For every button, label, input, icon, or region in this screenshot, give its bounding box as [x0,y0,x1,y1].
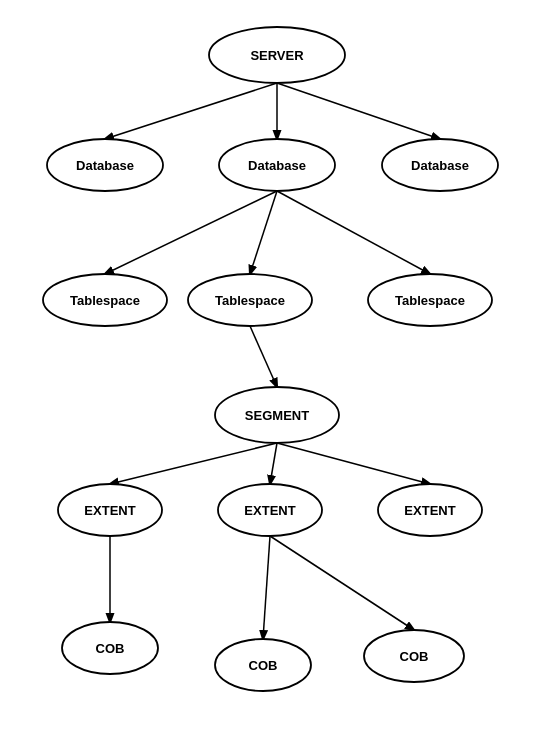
node-ext1: EXTENT [58,484,162,536]
edge [110,443,277,484]
edge [105,191,277,274]
edge [263,536,270,639]
node-label-db2: Database [248,158,306,173]
edge [105,83,277,139]
edge [277,83,440,139]
node-label-ext2: EXTENT [244,503,295,518]
node-ts2: Tablespace [188,274,312,326]
node-label-cob1: COB [96,641,125,656]
node-label-ext1: EXTENT [84,503,135,518]
node-label-ts2: Tablespace [215,293,285,308]
node-label-server: SERVER [250,48,304,63]
node-ext3: EXTENT [378,484,482,536]
node-db2: Database [219,139,335,191]
node-cob3: COB [364,630,464,682]
node-label-cob2: COB [249,658,278,673]
node-label-ext3: EXTENT [404,503,455,518]
edge [270,443,277,484]
edge [277,443,430,484]
node-label-db3: Database [411,158,469,173]
node-ext2: EXTENT [218,484,322,536]
node-cob1: COB [62,622,158,674]
node-label-db1: Database [76,158,134,173]
diagram: SERVERDatabaseDatabaseDatabaseTablespace… [0,0,554,738]
node-ts3: Tablespace [368,274,492,326]
edge [277,191,430,274]
node-segment: SEGMENT [215,387,339,443]
node-label-ts3: Tablespace [395,293,465,308]
node-ts1: Tablespace [43,274,167,326]
node-label-ts1: Tablespace [70,293,140,308]
node-db1: Database [47,139,163,191]
node-db3: Database [382,139,498,191]
edge [250,191,277,274]
node-label-segment: SEGMENT [245,408,309,423]
node-server: SERVER [209,27,345,83]
node-label-cob3: COB [400,649,429,664]
node-cob2: COB [215,639,311,691]
edge [270,536,414,630]
edge [250,326,277,387]
